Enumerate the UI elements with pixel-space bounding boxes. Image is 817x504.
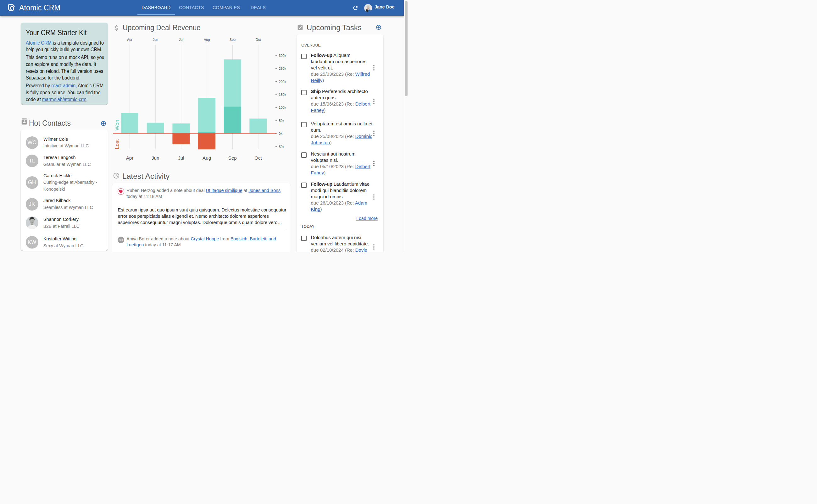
svg-text:Aug: Aug xyxy=(204,38,210,41)
svg-text:Jun: Jun xyxy=(151,155,159,161)
svg-text:Jul: Jul xyxy=(178,155,184,161)
svg-text:100k: 100k xyxy=(279,106,287,109)
svg-text:50k: 50k xyxy=(279,119,285,123)
svg-text:200k: 200k xyxy=(279,80,287,84)
svg-text:300k: 300k xyxy=(279,54,287,58)
svg-text:Oct: Oct xyxy=(256,38,261,41)
svg-text:Oct: Oct xyxy=(255,155,262,161)
svg-text:50k: 50k xyxy=(279,145,285,149)
svg-text:Apr: Apr xyxy=(127,38,132,41)
svg-text:Lost: Lost xyxy=(114,139,120,149)
svg-text:Jun: Jun xyxy=(152,38,158,41)
svg-text:Sep: Sep xyxy=(230,38,236,41)
svg-text:150k: 150k xyxy=(279,93,287,96)
svg-text:Sep: Sep xyxy=(228,155,237,161)
svg-text:Won: Won xyxy=(114,120,120,131)
svg-text:250k: 250k xyxy=(279,67,287,70)
svg-text:Jul: Jul xyxy=(179,38,183,41)
svg-text:0k: 0k xyxy=(279,132,283,135)
svg-text:Apr: Apr xyxy=(126,155,134,161)
svg-text:Aug: Aug xyxy=(202,155,211,161)
